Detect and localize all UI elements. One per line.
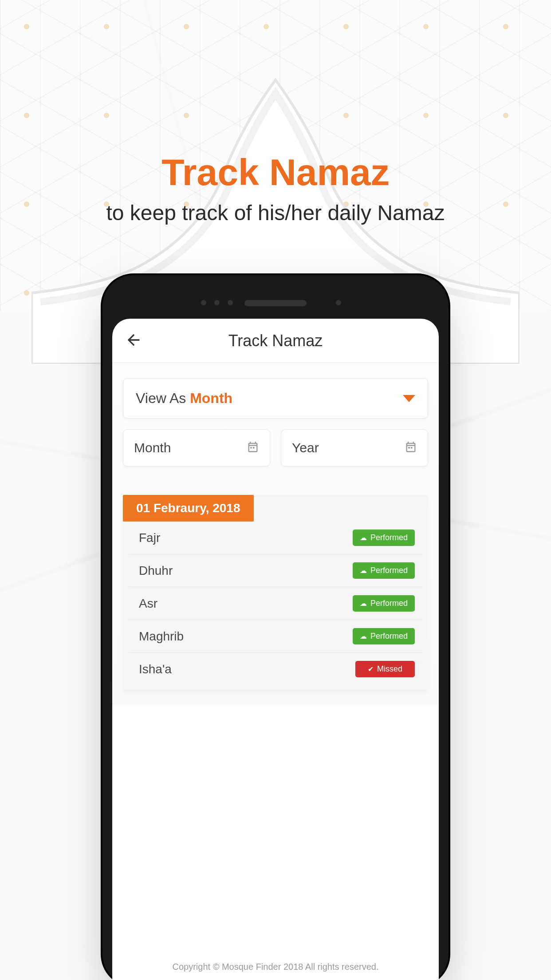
date-header: 01 Febraury, 2018 — [123, 495, 254, 522]
status-text: Performed — [370, 632, 408, 641]
cloud-icon: ☁ — [360, 599, 367, 608]
prayer-row: Asr ☁ Performed — [128, 587, 423, 620]
prayer-name: Maghrib — [139, 629, 184, 644]
view-as-dropdown[interactable]: View As Month — [123, 378, 428, 419]
status-text: Missed — [377, 664, 402, 674]
status-text: Performed — [370, 566, 408, 575]
promo-headline: Track Namaz to keep track of his/her dai… — [76, 151, 475, 227]
year-picker[interactable]: Year — [281, 429, 428, 466]
promo-subtitle: to keep track of his/her daily Namaz — [76, 199, 475, 227]
check-icon: ✔ — [368, 665, 374, 673]
prayer-row: Maghrib ☁ Performed — [128, 620, 423, 653]
status-badge-performed[interactable]: ☁ Performed — [353, 562, 415, 579]
status-text: Performed — [370, 533, 408, 542]
app-screen: Track Namaz View As Month Month Year — [112, 319, 439, 980]
content-area: View As Month Month Year — [112, 363, 439, 705]
prayer-row: Fajr ☁ Performed — [128, 522, 423, 554]
view-as-text: View As Month — [136, 390, 232, 407]
chevron-down-icon — [403, 395, 415, 402]
prayer-name: Fajr — [139, 531, 160, 545]
back-button[interactable] — [125, 331, 142, 351]
status-badge-performed[interactable]: ☁ Performed — [353, 595, 415, 612]
view-as-label: View As — [136, 390, 190, 406]
phone-mockup: Track Namaz View As Month Month Year — [102, 275, 449, 980]
calendar-icon — [247, 441, 259, 455]
view-as-value: Month — [190, 390, 232, 406]
status-text: Performed — [370, 599, 408, 608]
back-arrow-icon — [125, 331, 142, 349]
cloud-icon: ☁ — [360, 566, 367, 575]
phone-bezel — [112, 288, 439, 319]
prayer-row: Isha'a ✔ Missed — [128, 653, 423, 685]
promo-title: Track Namaz — [76, 151, 475, 194]
copyright-text: Copyright © Mosque Finder 2018 All right… — [112, 962, 439, 972]
prayer-list-section: 01 Febraury, 2018 Fajr ☁ Performed Dhuhr… — [123, 495, 428, 690]
month-picker[interactable]: Month — [123, 429, 270, 466]
year-label: Year — [292, 440, 319, 455]
prayer-name: Isha'a — [139, 662, 172, 676]
status-badge-missed[interactable]: ✔ Missed — [355, 661, 415, 677]
cloud-icon: ☁ — [360, 533, 367, 542]
app-header: Track Namaz — [112, 319, 439, 363]
prayer-name: Dhuhr — [139, 564, 173, 578]
calendar-icon — [405, 441, 417, 455]
page-title: Track Namaz — [228, 332, 323, 350]
month-label: Month — [134, 440, 171, 455]
prayer-name: Asr — [139, 597, 157, 611]
status-badge-performed[interactable]: ☁ Performed — [353, 628, 415, 644]
prayer-row: Dhuhr ☁ Performed — [128, 554, 423, 587]
cloud-icon: ☁ — [360, 632, 367, 640]
status-badge-performed[interactable]: ☁ Performed — [353, 530, 415, 546]
